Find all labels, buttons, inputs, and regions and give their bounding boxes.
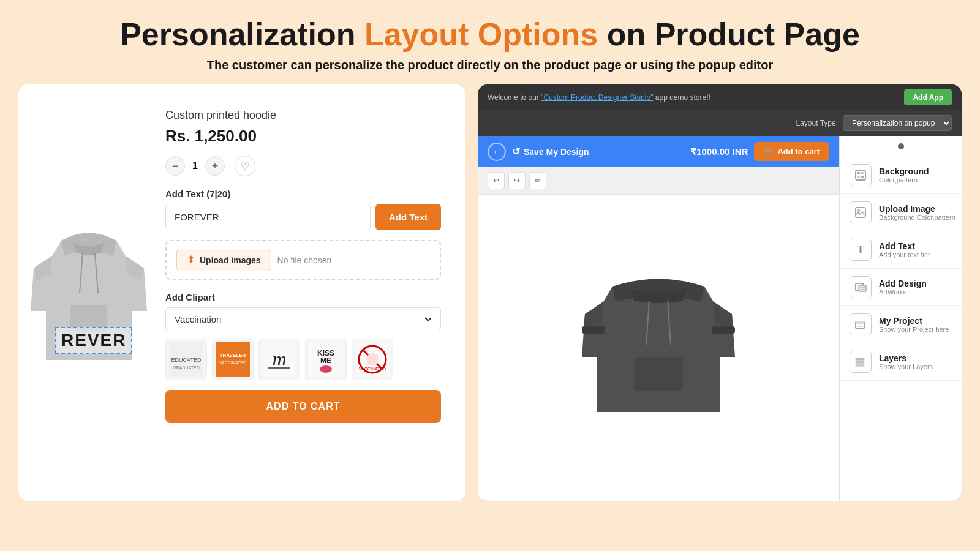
save-icon: ↺ xyxy=(512,146,520,157)
quantity-value: 1 xyxy=(192,160,198,171)
clipart-dropdown[interactable]: Vaccination xyxy=(165,307,441,331)
sidebar-upload-sub: Background,Color,pattern xyxy=(879,214,956,221)
clipart-item[interactable]: TRAVELER VACCINATED xyxy=(212,339,254,380)
upload-images-btn[interactable]: ⬆ Upload images xyxy=(176,249,271,271)
clipart-item[interactable]: EDUCATED GRADUATED xyxy=(165,339,207,380)
title-black2: on Product Page xyxy=(598,17,860,52)
page-title: Personalization Layout Options on Produc… xyxy=(24,17,956,52)
save-btn-label: Save My Design xyxy=(524,147,589,157)
svg-point-15 xyxy=(320,365,332,373)
layout-type-label: Layout Type: xyxy=(796,119,839,127)
title-black1: Personalization xyxy=(120,17,364,52)
popup-add-cart-btn[interactable]: 🛒 Add to cart xyxy=(754,142,829,161)
svg-rect-30 xyxy=(861,176,864,178)
sidebar-item-add-text[interactable]: T Add Text Add your text her xyxy=(840,231,962,269)
sidebar-project-text: My Project Show your Project here xyxy=(879,316,952,333)
clipart-2: TRAVELER VACCINATED xyxy=(216,342,250,377)
clipart-5: VACCINATED xyxy=(355,342,390,377)
svg-rect-24 xyxy=(582,326,605,334)
page-subtitle: The customer can personalize the product… xyxy=(24,58,956,72)
sidebar-addtext-title: Add Text xyxy=(879,241,952,251)
redo-btn[interactable]: ↪ xyxy=(508,172,526,189)
sidebar-upload-title: Upload Image xyxy=(879,204,956,214)
sidebar-background-text: Background Color,pattern xyxy=(879,167,952,184)
sidebar-background-title: Background xyxy=(879,167,952,176)
sidebar-upload-image-text: Upload Image Background,Color,pattern xyxy=(879,204,956,221)
welcome-link: "Custom Product Designer Studio" xyxy=(541,93,653,102)
clipart-item[interactable]: KISS ME xyxy=(305,339,347,380)
product-price: Rs. 1,250.00 xyxy=(165,127,441,146)
wishlist-btn[interactable]: ♡ xyxy=(235,156,255,176)
quantity-increase-btn[interactable]: + xyxy=(205,156,225,176)
main-content: REVER Custom printed hoodie Rs. 1,250.00… xyxy=(0,84,980,501)
editor-back-btn[interactable]: ← xyxy=(488,143,506,161)
sidebar-layers-title: Layers xyxy=(879,353,952,363)
editor-toolbar: ← ↺ Save My Design ₹1000.00 INR 🛒 Add to… xyxy=(478,136,839,167)
add-app-btn[interactable]: Add App xyxy=(904,89,952,105)
clipart-item[interactable]: m xyxy=(258,339,300,380)
add-text-btn[interactable]: Add Text xyxy=(375,204,441,230)
layout-type-select[interactable]: Personalization on popup xyxy=(843,115,952,131)
product-page-panel: REVER Custom printed hoodie Rs. 1,250.00… xyxy=(18,84,466,501)
svg-rect-6 xyxy=(216,342,250,377)
sidebar-item-upload-image[interactable]: Upload Image Background,Color,pattern xyxy=(840,194,962,231)
svg-rect-21 xyxy=(634,357,683,391)
upload-section: ⬆ Upload images No file chosen xyxy=(165,240,441,280)
sidebar-project-sub: Show your Project here xyxy=(879,326,952,333)
svg-text:TRAVELER: TRAVELER xyxy=(220,353,246,358)
text-input-field[interactable] xyxy=(165,204,371,230)
dot-indicator xyxy=(898,143,904,149)
cart-icon: 🛒 xyxy=(764,147,774,156)
add-design-icon xyxy=(850,276,872,298)
clipart-1: EDUCATED GRADUATED xyxy=(169,342,203,377)
add-text-icon: T xyxy=(850,239,872,261)
popup-editor-panel: Welcome to our "Custom Product Designer … xyxy=(478,84,962,501)
svg-rect-26 xyxy=(856,170,865,180)
sidebar-add-design-text: Add Design ArtWorks xyxy=(879,279,952,296)
my-project-icon xyxy=(850,313,872,335)
svg-rect-43 xyxy=(856,364,864,366)
product-details: Custom printed hoodie Rs. 1,250.00 − 1 +… xyxy=(159,97,453,489)
editor-canvas xyxy=(478,195,839,501)
sidebar-layers-sub: Show your Layers xyxy=(879,363,952,370)
svg-text:m: m xyxy=(272,348,286,370)
sidebar-item-add-design[interactable]: Add Design ArtWorks xyxy=(840,269,962,306)
toolbar-left: ← ↺ Save My Design xyxy=(488,143,589,161)
svg-point-19 xyxy=(366,353,379,365)
pen-tool-btn[interactable]: ✏ xyxy=(529,172,546,189)
layers-icon xyxy=(850,351,872,373)
add-to-cart-btn[interactable]: ADD TO CART xyxy=(165,390,441,423)
save-design-btn[interactable]: ↺ Save My Design xyxy=(512,146,589,157)
sidebar-item-my-project[interactable]: My Project Show your Project here xyxy=(840,306,962,343)
clipart-item[interactable]: VACCINATED xyxy=(352,339,393,380)
svg-rect-27 xyxy=(858,172,860,174)
popup-topbar: Welcome to our "Custom Product Designer … xyxy=(478,84,962,110)
quantity-decrease-btn[interactable]: − xyxy=(165,156,185,176)
quantity-row: − 1 + ♡ xyxy=(165,156,441,176)
title-orange: Layout Options xyxy=(364,17,598,52)
svg-rect-42 xyxy=(856,361,864,363)
hoodie-image-area: REVER xyxy=(18,97,159,489)
editor-area: ← ↺ Save My Design ₹1000.00 INR 🛒 Add to… xyxy=(478,136,962,501)
svg-text:EDUCATED: EDUCATED xyxy=(172,357,202,363)
sidebar-background-sub: Color,pattern xyxy=(879,176,952,184)
welcome-text: Welcome to our "Custom Product Designer … xyxy=(488,93,710,102)
welcome-text-after: app demo store!! xyxy=(655,93,710,102)
background-icon xyxy=(850,164,872,186)
editor-main: ← ↺ Save My Design ₹1000.00 INR 🛒 Add to… xyxy=(478,136,839,501)
svg-rect-28 xyxy=(861,172,864,174)
svg-rect-29 xyxy=(858,176,860,178)
clipart-label: Add Clipart xyxy=(165,292,441,302)
welcome-text-before: Welcome to our xyxy=(488,93,539,102)
sidebar-item-background[interactable]: Background Color,pattern xyxy=(840,157,962,194)
svg-text:VACCINATED: VACCINATED xyxy=(359,367,386,371)
layout-bar: Layout Type: Personalization on popup xyxy=(478,110,962,136)
clipart-3: m xyxy=(262,342,296,377)
upload-btn-label: Upload images xyxy=(200,255,261,265)
sidebar-design-sub: ArtWorks xyxy=(879,288,952,296)
product-name: Custom printed hoodie xyxy=(165,109,441,122)
clipart-grid: EDUCATED GRADUATED TRAVELER VACCINATED m xyxy=(165,339,441,380)
svg-text:GRADUATED: GRADUATED xyxy=(173,365,199,370)
undo-btn[interactable]: ↩ xyxy=(488,172,505,189)
sidebar-item-layers[interactable]: Layers Show your Layers xyxy=(840,343,962,381)
